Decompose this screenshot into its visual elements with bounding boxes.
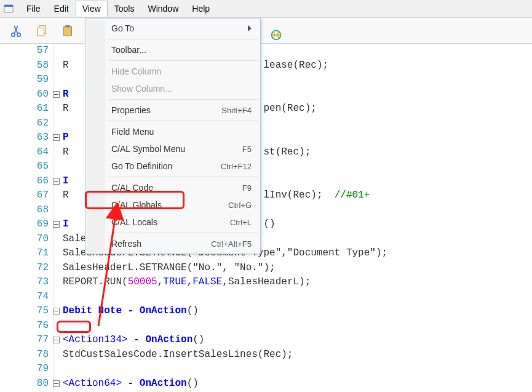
code-line[interactable] bbox=[63, 290, 532, 305]
line-number: 71 bbox=[0, 246, 49, 261]
code-token: SalesHeaderL.SETRANGE("No.", "No."); bbox=[63, 261, 276, 276]
line-number: 77 bbox=[0, 333, 49, 348]
code-token: R bbox=[63, 188, 69, 203]
menubar-item-view[interactable]: View bbox=[76, 1, 108, 17]
code-token: <Action64> bbox=[63, 377, 122, 391]
code-editor[interactable]: 5758596061626364656667686970717273747576… bbox=[0, 44, 532, 392]
menu-item-refresh[interactable]: RefreshCtrl+Alt+F5 bbox=[87, 235, 259, 252]
code-token: R bbox=[63, 58, 69, 73]
line-number: 79 bbox=[0, 362, 49, 377]
menu-item-shortcut: Ctrl+F12 bbox=[221, 162, 252, 171]
menu-item-shortcut: Ctrl+L bbox=[230, 218, 252, 227]
globals-icon[interactable] bbox=[269, 28, 283, 44]
menu-separator bbox=[109, 121, 258, 121]
code-token: - OnAction bbox=[122, 377, 187, 391]
code-token: 50005 bbox=[128, 275, 157, 290]
menubar-item-edit[interactable]: Edit bbox=[47, 1, 76, 17]
svg-rect-7 bbox=[65, 25, 69, 27]
line-number: 64 bbox=[0, 145, 49, 160]
menu-item-field-menu[interactable]: Field Menu bbox=[87, 123, 259, 140]
menu-item-shortcut: F9 bbox=[242, 183, 252, 193]
fold-toggle-icon[interactable] bbox=[53, 380, 60, 387]
code-line[interactable]: <Action64> - OnAction() bbox=[63, 377, 532, 391]
menu-item-go-to-definition[interactable]: Go To DefinitionCtrl+F12 bbox=[87, 158, 259, 175]
fold-toggle-icon[interactable] bbox=[53, 337, 60, 343]
code-token: REPORT.RUN( bbox=[63, 275, 128, 290]
menu-item-hide-column: Hide Column bbox=[87, 63, 259, 80]
code-token: - OnAction bbox=[128, 333, 193, 348]
menu-item-label: Properties bbox=[111, 105, 221, 115]
code-token: R bbox=[63, 102, 69, 116]
code-token: I bbox=[63, 174, 69, 189]
menu-item-shortcut: F5 bbox=[242, 145, 252, 154]
menu-item-label: Show Column... bbox=[111, 84, 252, 94]
menu-item-c-al-locals[interactable]: C/AL LocalsCtrl+L bbox=[87, 214, 259, 231]
copy-icon[interactable] bbox=[34, 23, 49, 38]
line-number: 73 bbox=[0, 275, 49, 290]
line-number: 61 bbox=[0, 102, 49, 116]
code-line[interactable]: REPORT.RUN(50005,TRUE,FALSE,SalesHeaderL… bbox=[63, 275, 532, 290]
line-number: 63 bbox=[0, 130, 49, 145]
code-line[interactable]: StdCustSalesCode.InsertSalesLines(Rec); bbox=[63, 348, 532, 362]
code-token: ,SalesHeaderL); bbox=[222, 275, 311, 290]
menu-item-go-to[interactable]: Go To bbox=[87, 20, 259, 37]
fold-toggle-icon[interactable] bbox=[53, 134, 60, 141]
menu-separator bbox=[109, 233, 258, 233]
app-icon bbox=[4, 4, 14, 14]
svg-rect-5 bbox=[38, 28, 44, 36]
menu-item-c-al-code[interactable]: C/AL CodeF9 bbox=[87, 179, 259, 196]
toolbar bbox=[0, 18, 532, 44]
code-token: //#01+ bbox=[335, 188, 370, 203]
menu-item-label: C/AL Globals bbox=[111, 200, 228, 210]
fold-toggle-icon[interactable] bbox=[53, 221, 60, 228]
menu-item-label: Toolbar... bbox=[111, 45, 252, 55]
menu-item-toolbar[interactable]: Toolbar... bbox=[87, 41, 259, 58]
view-menu-dropdown: Go ToToolbar...Hide ColumnShow Column...… bbox=[85, 18, 261, 254]
menu-item-label: Go To Definition bbox=[111, 161, 221, 171]
cut-icon[interactable] bbox=[9, 23, 23, 38]
menu-separator bbox=[109, 39, 258, 39]
code-token: TRUE bbox=[163, 275, 186, 290]
line-number: 75 bbox=[0, 304, 49, 319]
line-number: 58 bbox=[0, 58, 49, 73]
code-token: () bbox=[187, 304, 199, 319]
svg-rect-1 bbox=[4, 5, 13, 7]
menu-item-c-al-globals[interactable]: C/AL GlobalsCtrl+G bbox=[87, 196, 259, 214]
code-line[interactable]: Debit Note - OnAction() bbox=[63, 304, 532, 319]
code-line[interactable] bbox=[63, 362, 532, 377]
menu-item-shortcut: Ctrl+Alt+F5 bbox=[211, 239, 252, 249]
menubar-item-help[interactable]: Help bbox=[185, 1, 216, 17]
code-line[interactable]: SalesHeaderL.SETRANGE("No.", "No."); bbox=[63, 261, 532, 276]
code-line[interactable] bbox=[63, 319, 532, 334]
line-number: 67 bbox=[0, 188, 49, 203]
code-token: FALSE bbox=[193, 275, 222, 290]
menubar-item-window[interactable]: Window bbox=[141, 1, 185, 17]
line-number: 78 bbox=[0, 348, 49, 362]
menu-item-label: C/AL Symbol Menu bbox=[111, 144, 242, 154]
menubar: FileEditViewToolsWindowHelp bbox=[0, 0, 532, 18]
menu-item-c-al-symbol-menu[interactable]: C/AL Symbol MenuF5 bbox=[87, 140, 259, 158]
paste-icon[interactable] bbox=[60, 23, 75, 38]
fold-toggle-icon[interactable] bbox=[53, 91, 60, 98]
menubar-item-tools[interactable]: Tools bbox=[108, 1, 141, 17]
menubar-item-file[interactable]: File bbox=[20, 1, 47, 17]
menu-separator bbox=[109, 177, 258, 177]
line-number: 76 bbox=[0, 319, 49, 334]
code-token: R bbox=[63, 87, 69, 102]
line-number: 80 bbox=[0, 377, 49, 391]
svg-rect-6 bbox=[64, 26, 72, 36]
menu-item-shortcut: Shift+F4 bbox=[221, 106, 252, 115]
line-number: 74 bbox=[0, 290, 49, 305]
code-line[interactable]: <Action134> - OnAction() bbox=[63, 333, 532, 348]
fold-toggle-icon[interactable] bbox=[53, 178, 60, 185]
menu-item-shortcut: Ctrl+G bbox=[228, 201, 252, 210]
menu-item-label: C/AL Code bbox=[111, 183, 242, 193]
menu-item-label: Go To bbox=[111, 23, 243, 33]
line-number: 69 bbox=[0, 217, 49, 232]
fold-toggle-icon[interactable] bbox=[53, 308, 60, 314]
menu-separator bbox=[109, 99, 258, 100]
code-token: P bbox=[63, 130, 69, 145]
code-token: R bbox=[63, 145, 69, 160]
code-token: I bbox=[63, 217, 69, 232]
menu-item-properties[interactable]: PropertiesShift+F4 bbox=[87, 102, 259, 119]
